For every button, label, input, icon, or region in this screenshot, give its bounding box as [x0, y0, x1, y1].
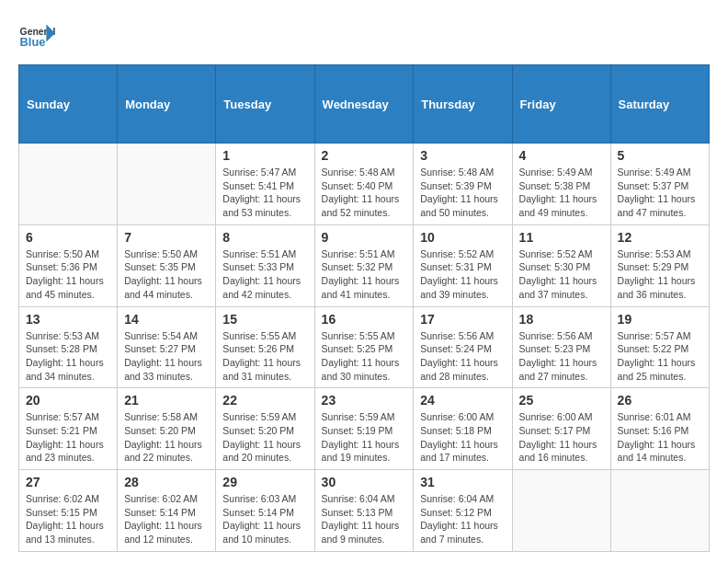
day-number: 8 [222, 230, 307, 245]
calendar-table: SundayMondayTuesdayWednesdayThursdayFrid… [18, 64, 710, 552]
day-info: Sunrise: 6:04 AM Sunset: 5:12 PM Dayligh… [420, 492, 505, 546]
day-number: 17 [420, 312, 505, 327]
calendar-cell: 2 Sunrise: 5:48 AM Sunset: 5:40 PM Dayli… [314, 144, 414, 225]
weekday-header: Friday [512, 65, 610, 144]
logo-icon: General Blue [18, 18, 55, 55]
calendar-cell: 24 Sunrise: 6:00 AM Sunset: 5:18 PM Dayl… [414, 388, 512, 470]
calendar-cell: 6 Sunrise: 5:50 AM Sunset: 5:36 PM Dayli… [19, 224, 118, 306]
day-info: Sunrise: 5:56 AM Sunset: 5:23 PM Dayligh… [519, 329, 604, 384]
day-info: Sunrise: 5:53 AM Sunset: 5:29 PM Dayligh… [618, 247, 702, 302]
calendar-week-row: 1 Sunrise: 5:47 AM Sunset: 5:41 PM Dayli… [19, 144, 710, 225]
day-info: Sunrise: 6:03 AM Sunset: 5:14 PM Dayligh… [222, 492, 307, 546]
calendar-cell: 3 Sunrise: 5:48 AM Sunset: 5:39 PM Dayli… [414, 144, 512, 225]
calendar-cell: 20 Sunrise: 5:57 AM Sunset: 5:21 PM Dayl… [19, 388, 118, 470]
calendar-week-row: 13 Sunrise: 5:53 AM Sunset: 5:28 PM Dayl… [19, 306, 710, 388]
calendar-cell: 15 Sunrise: 5:55 AM Sunset: 5:26 PM Dayl… [216, 306, 314, 388]
calendar-cell: 18 Sunrise: 5:56 AM Sunset: 5:23 PM Dayl… [512, 306, 610, 388]
day-number: 3 [420, 148, 505, 163]
day-number: 14 [124, 312, 209, 327]
calendar-week-row: 27 Sunrise: 6:02 AM Sunset: 5:15 PM Dayl… [19, 470, 710, 552]
day-number: 23 [322, 393, 407, 408]
calendar-cell [610, 470, 709, 552]
day-info: Sunrise: 5:47 AM Sunset: 5:41 PM Dayligh… [222, 166, 307, 220]
calendar-week-row: 20 Sunrise: 5:57 AM Sunset: 5:21 PM Dayl… [19, 388, 710, 470]
day-number: 6 [26, 230, 110, 245]
weekday-header: Saturday [610, 65, 709, 144]
day-info: Sunrise: 5:49 AM Sunset: 5:37 PM Dayligh… [618, 166, 702, 220]
calendar-cell: 22 Sunrise: 5:59 AM Sunset: 5:20 PM Dayl… [216, 388, 314, 470]
day-info: Sunrise: 5:53 AM Sunset: 5:28 PM Dayligh… [26, 329, 110, 384]
day-info: Sunrise: 5:52 AM Sunset: 5:30 PM Dayligh… [519, 247, 604, 302]
svg-text:Blue: Blue [20, 35, 46, 49]
calendar-cell [118, 144, 216, 225]
calendar-cell: 10 Sunrise: 5:52 AM Sunset: 5:31 PM Dayl… [414, 224, 512, 306]
day-number: 1 [222, 148, 307, 163]
calendar-cell [512, 470, 610, 552]
day-number: 16 [322, 312, 407, 327]
calendar-cell: 28 Sunrise: 6:02 AM Sunset: 5:14 PM Dayl… [118, 470, 216, 552]
day-number: 24 [420, 393, 505, 408]
day-number: 26 [618, 393, 702, 408]
calendar-cell: 12 Sunrise: 5:53 AM Sunset: 5:29 PM Dayl… [610, 224, 709, 306]
day-info: Sunrise: 5:59 AM Sunset: 5:20 PM Dayligh… [222, 410, 307, 465]
calendar-cell: 9 Sunrise: 5:51 AM Sunset: 5:32 PM Dayli… [314, 224, 414, 306]
day-number: 18 [519, 312, 604, 327]
day-info: Sunrise: 5:59 AM Sunset: 5:19 PM Dayligh… [322, 410, 407, 465]
day-info: Sunrise: 5:55 AM Sunset: 5:25 PM Dayligh… [322, 329, 407, 384]
calendar-cell: 16 Sunrise: 5:55 AM Sunset: 5:25 PM Dayl… [314, 306, 414, 388]
day-number: 25 [519, 393, 604, 408]
calendar-cell: 5 Sunrise: 5:49 AM Sunset: 5:37 PM Dayli… [610, 144, 709, 225]
day-number: 28 [124, 475, 209, 489]
weekday-header: Thursday [414, 65, 512, 144]
page-header: General Blue [18, 18, 710, 55]
calendar-cell: 30 Sunrise: 6:04 AM Sunset: 5:13 PM Dayl… [314, 470, 414, 552]
day-info: Sunrise: 5:50 AM Sunset: 5:35 PM Dayligh… [124, 247, 209, 302]
day-info: Sunrise: 5:57 AM Sunset: 5:21 PM Dayligh… [26, 410, 110, 465]
calendar-cell: 13 Sunrise: 5:53 AM Sunset: 5:28 PM Dayl… [19, 306, 118, 388]
calendar-cell: 19 Sunrise: 5:57 AM Sunset: 5:22 PM Dayl… [610, 306, 709, 388]
day-number: 22 [222, 393, 307, 408]
day-info: Sunrise: 5:48 AM Sunset: 5:40 PM Dayligh… [322, 166, 407, 220]
day-number: 10 [420, 230, 505, 245]
day-number: 4 [519, 148, 604, 163]
day-info: Sunrise: 6:01 AM Sunset: 5:16 PM Dayligh… [618, 410, 702, 465]
day-number: 12 [618, 230, 702, 245]
day-info: Sunrise: 6:02 AM Sunset: 5:15 PM Dayligh… [26, 492, 110, 546]
day-info: Sunrise: 5:57 AM Sunset: 5:22 PM Dayligh… [618, 329, 702, 384]
day-info: Sunrise: 5:56 AM Sunset: 5:24 PM Dayligh… [420, 329, 505, 384]
calendar-cell: 8 Sunrise: 5:51 AM Sunset: 5:33 PM Dayli… [216, 224, 314, 306]
day-number: 2 [322, 148, 407, 163]
day-number: 5 [618, 148, 702, 163]
calendar-cell: 17 Sunrise: 5:56 AM Sunset: 5:24 PM Dayl… [414, 306, 512, 388]
calendar-cell: 21 Sunrise: 5:58 AM Sunset: 5:20 PM Dayl… [118, 388, 216, 470]
calendar-cell: 11 Sunrise: 5:52 AM Sunset: 5:30 PM Dayl… [512, 224, 610, 306]
day-info: Sunrise: 6:00 AM Sunset: 5:18 PM Dayligh… [420, 410, 505, 465]
day-number: 30 [322, 475, 407, 489]
day-info: Sunrise: 5:51 AM Sunset: 5:33 PM Dayligh… [222, 247, 307, 302]
day-number: 29 [222, 475, 307, 489]
day-number: 13 [26, 312, 110, 327]
day-info: Sunrise: 5:51 AM Sunset: 5:32 PM Dayligh… [322, 247, 407, 302]
day-number: 9 [322, 230, 407, 245]
weekday-header: Sunday [19, 65, 118, 144]
calendar-cell [19, 144, 118, 225]
day-number: 19 [618, 312, 702, 327]
day-number: 20 [26, 393, 110, 408]
calendar-cell: 29 Sunrise: 6:03 AM Sunset: 5:14 PM Dayl… [216, 470, 314, 552]
weekday-header: Wednesday [314, 65, 414, 144]
day-info: Sunrise: 6:04 AM Sunset: 5:13 PM Dayligh… [322, 492, 407, 546]
day-info: Sunrise: 5:48 AM Sunset: 5:39 PM Dayligh… [420, 166, 505, 220]
day-info: Sunrise: 6:02 AM Sunset: 5:14 PM Dayligh… [124, 492, 209, 546]
day-info: Sunrise: 5:49 AM Sunset: 5:38 PM Dayligh… [519, 166, 604, 220]
day-info: Sunrise: 5:50 AM Sunset: 5:36 PM Dayligh… [26, 247, 110, 302]
day-info: Sunrise: 5:58 AM Sunset: 5:20 PM Dayligh… [124, 410, 209, 465]
calendar-cell: 1 Sunrise: 5:47 AM Sunset: 5:41 PM Dayli… [216, 144, 314, 225]
calendar-cell: 31 Sunrise: 6:04 AM Sunset: 5:12 PM Dayl… [414, 470, 512, 552]
calendar-cell: 26 Sunrise: 6:01 AM Sunset: 5:16 PM Dayl… [610, 388, 709, 470]
weekday-header: Tuesday [216, 65, 314, 144]
logo: General Blue [18, 18, 59, 55]
day-info: Sunrise: 5:55 AM Sunset: 5:26 PM Dayligh… [222, 329, 307, 384]
day-number: 7 [124, 230, 209, 245]
calendar-cell: 4 Sunrise: 5:49 AM Sunset: 5:38 PM Dayli… [512, 144, 610, 225]
calendar-week-row: 6 Sunrise: 5:50 AM Sunset: 5:36 PM Dayli… [19, 224, 710, 306]
